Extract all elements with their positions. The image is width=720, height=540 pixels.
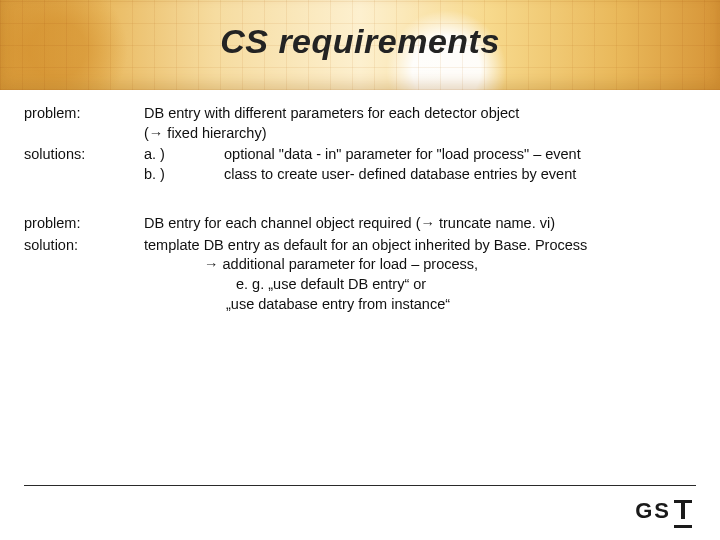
block2-solution-line2: → additional parameter for load – proces… (144, 255, 696, 275)
block2-problem-row: problem: DB entry for each channel objec… (24, 214, 696, 234)
block1-solutions-row: solutions: a. ) optional "data - in" par… (24, 145, 696, 184)
block2-problem-text: DB entry for each channel object require… (144, 214, 696, 234)
block1-problem-body: DB entry with different parameters for e… (144, 104, 696, 143)
block1-b-tag: b. ) (144, 165, 224, 185)
block1-solution-a: a. ) optional "data - in" parameter for … (144, 145, 696, 165)
slide: CS requirements problem: DB entry with d… (0, 0, 720, 540)
block1-a-text: optional "data - in" parameter for "load… (224, 145, 581, 165)
block1-problem-line1: DB entry with different parameters for e… (144, 104, 696, 124)
block2-solution-line4: „use database entry from instance“ (144, 295, 696, 315)
banner-background: CS requirements (0, 0, 720, 90)
label-solution-2: solution: (24, 236, 144, 314)
label-solutions-1: solutions: (24, 145, 144, 184)
gsi-logo-text: GS (635, 498, 671, 524)
block2-solution-line1: template DB entry as default for an obje… (144, 236, 696, 256)
block1-problem-row: problem: DB entry with different paramet… (24, 104, 696, 143)
footer-divider (24, 485, 696, 486)
block1-a-tag: a. ) (144, 145, 224, 165)
block2-solution-body: template DB entry as default for an obje… (144, 236, 696, 314)
label-problem-2: problem: (24, 214, 144, 234)
spacer (24, 186, 696, 214)
label-problem-1: problem: (24, 104, 144, 143)
gsi-logo: GS (635, 498, 692, 524)
block1-problem-line2: (→ fixed hierarchy) (144, 124, 696, 144)
block1-solution-b: b. ) class to create user- defined datab… (144, 165, 696, 185)
content-area: problem: DB entry with different paramet… (24, 104, 696, 316)
gsi-logo-i-icon (674, 500, 692, 522)
slide-title: CS requirements (0, 22, 720, 61)
block1-b-text: class to create user- defined database e… (224, 165, 576, 185)
block2-solution-row: solution: template DB entry as default f… (24, 236, 696, 314)
block2-solution-line3: e. g. „use default DB entry“ or (144, 275, 696, 295)
block1-solutions-body: a. ) optional "data - in" parameter for … (144, 145, 696, 184)
